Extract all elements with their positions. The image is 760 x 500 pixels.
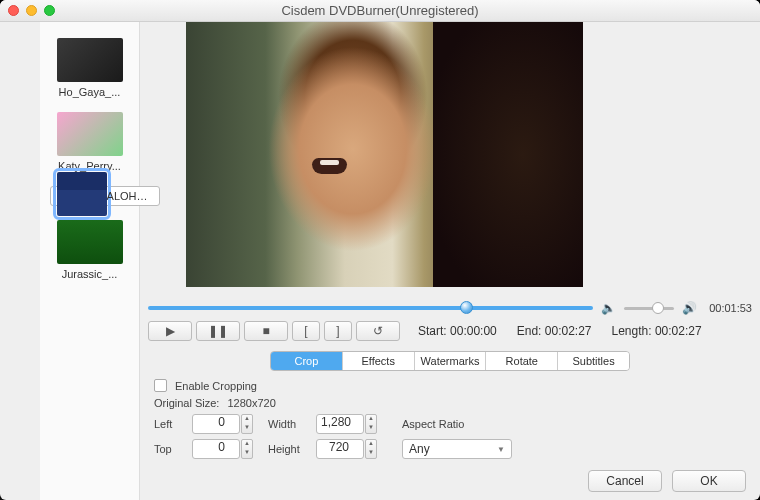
- sidebar-item-label: Jurassic_...: [50, 268, 129, 280]
- sidebar-item-label: Ho_Gaya_...: [50, 86, 129, 98]
- tab-rotate[interactable]: Rotate: [486, 352, 558, 370]
- tab-subtitles[interactable]: Subtitles: [558, 352, 629, 370]
- aspect-ratio-select[interactable]: Any ▼: [402, 439, 512, 459]
- crop-panel: Enable Cropping Original Size: 1280x720 …: [154, 379, 746, 459]
- thumbnail-icon: [57, 38, 123, 82]
- sidebar-item[interactable]: Katy_Perry...: [50, 112, 129, 172]
- tab-watermarks[interactable]: Watermarks: [415, 352, 487, 370]
- left-input[interactable]: 0▲▼: [192, 414, 240, 434]
- sidebar-item[interactable]: Ho_Gaya_...: [50, 38, 129, 98]
- end-meta: End: 00:02:27: [517, 324, 592, 338]
- thumbnail-icon: [57, 220, 123, 264]
- mark-out-button[interactable]: ]: [324, 321, 352, 341]
- ok-button[interactable]: OK: [672, 470, 746, 492]
- sidebar-item-label: Katy_Perry...: [50, 160, 129, 172]
- stop-button[interactable]: ■: [244, 321, 288, 341]
- volume-knob[interactable]: [652, 302, 664, 314]
- aspect-ratio-label: Aspect Ratio: [402, 418, 464, 430]
- original-size-value: 1280x720: [227, 397, 275, 409]
- titlebar: Cisdem DVDBurner(Unregistered): [0, 0, 760, 22]
- current-time: 00:01:53: [709, 302, 752, 314]
- volume-max-icon: 🔊: [682, 301, 697, 315]
- loop-button[interactable]: ↺: [356, 321, 400, 341]
- left-stepper[interactable]: ▲▼: [241, 414, 253, 434]
- left-label: Left: [154, 418, 184, 430]
- sidebar-item[interactable]: Jurassic_...: [50, 220, 129, 280]
- thumbnail-icon: [57, 112, 123, 156]
- mark-in-button[interactable]: [: [292, 321, 320, 341]
- editor-window: Cisdem DVDBurner(Unregistered) Ho_Gaya_.…: [0, 0, 760, 500]
- width-input[interactable]: 1,280▲▼: [316, 414, 364, 434]
- height-label: Height: [268, 443, 308, 455]
- original-size-label: Original Size:: [154, 397, 219, 409]
- enable-cropping-checkbox[interactable]: [154, 379, 167, 392]
- thumbnail-icon: [57, 172, 107, 216]
- top-label: Top: [154, 443, 184, 455]
- window-title: Cisdem DVDBurner(Unregistered): [0, 3, 760, 18]
- play-button[interactable]: ▶: [148, 321, 192, 341]
- top-input[interactable]: 0▲▼: [192, 439, 240, 459]
- width-stepper[interactable]: ▲▼: [365, 414, 377, 434]
- seek-knob[interactable]: [460, 301, 473, 314]
- volume-min-icon: 🔈: [601, 301, 616, 315]
- tab-crop[interactable]: Crop: [271, 352, 343, 370]
- enable-cropping-label: Enable Cropping: [175, 380, 257, 392]
- height-input[interactable]: 720▲▼: [316, 439, 364, 459]
- volume-slider[interactable]: [624, 307, 674, 310]
- top-stepper[interactable]: ▲▼: [241, 439, 253, 459]
- pause-button[interactable]: ❚❚: [196, 321, 240, 341]
- start-meta: Start: 00:00:00: [418, 324, 497, 338]
- cancel-button[interactable]: Cancel: [588, 470, 662, 492]
- seek-slider[interactable]: [148, 306, 593, 310]
- height-stepper[interactable]: ▲▼: [365, 439, 377, 459]
- width-label: Width: [268, 418, 308, 430]
- length-meta: Length: 00:02:27: [612, 324, 702, 338]
- video-preview: [186, 22, 583, 287]
- clip-sidebar: Ho_Gaya_... Katy_Perry... ALOHA_M... Jur…: [40, 22, 140, 500]
- tab-effects[interactable]: Effects: [343, 352, 415, 370]
- chevron-down-icon: ▼: [497, 445, 505, 454]
- edit-tabs: Crop Effects Watermarks Rotate Subtitles: [270, 351, 630, 371]
